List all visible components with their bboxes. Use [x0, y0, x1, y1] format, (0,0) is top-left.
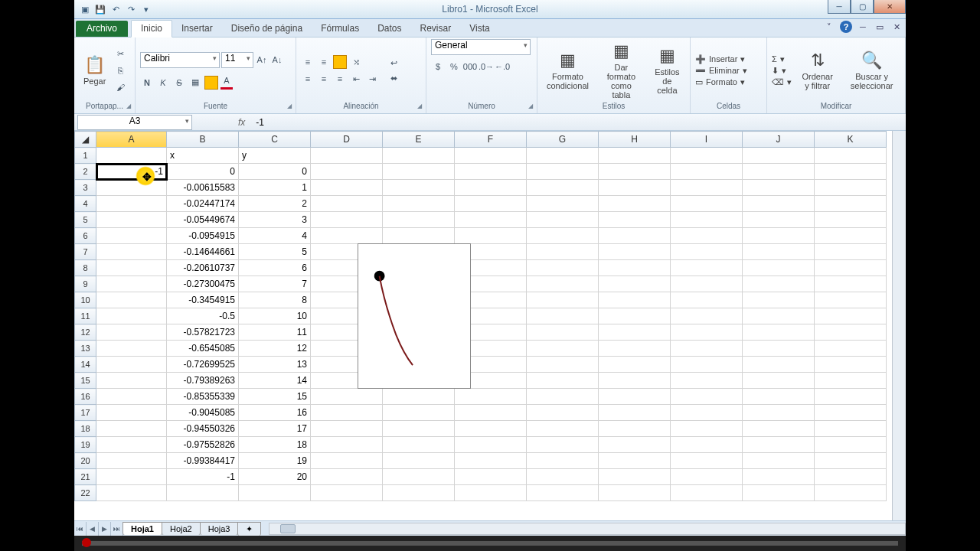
- merge-icon[interactable]: ⬌: [387, 71, 400, 85]
- row-header-16[interactable]: 16: [75, 389, 96, 405]
- cell-C9[interactable]: 7: [239, 276, 311, 292]
- cell-H17[interactable]: [599, 405, 671, 421]
- number-format-select[interactable]: General: [431, 39, 531, 55]
- cell-C13[interactable]: 12: [239, 341, 311, 357]
- cell-B4[interactable]: -0.02447174: [167, 196, 239, 212]
- fx-icon[interactable]: fx: [238, 117, 245, 128]
- percent-icon[interactable]: %: [447, 60, 461, 73]
- cell-I1[interactable]: [671, 148, 743, 164]
- cell-K18[interactable]: [815, 421, 887, 437]
- cell-H4[interactable]: [599, 196, 671, 212]
- cell-A6[interactable]: [96, 228, 167, 244]
- cell-G10[interactable]: [527, 292, 599, 308]
- cell-H18[interactable]: [599, 421, 671, 437]
- row-header-5[interactable]: 5: [75, 212, 96, 228]
- cell-I13[interactable]: [671, 341, 743, 357]
- tab-nav-next-icon[interactable]: ▶: [99, 522, 111, 536]
- cell-J22[interactable]: [743, 485, 815, 501]
- cell-K14[interactable]: [815, 357, 887, 373]
- cell-B14[interactable]: -0.72699525: [167, 357, 239, 373]
- cell-B16[interactable]: -0.85355339: [167, 389, 239, 405]
- paste-button[interactable]: 📋 Pegar: [79, 54, 110, 87]
- cell-A14[interactable]: [96, 357, 167, 373]
- cell-K5[interactable]: [815, 212, 887, 228]
- cell-F22[interactable]: [455, 485, 527, 501]
- find-select-button[interactable]: 🔍Buscar y seleccionar: [843, 49, 900, 92]
- cell-J19[interactable]: [743, 437, 815, 453]
- cell-G16[interactable]: [527, 389, 599, 405]
- cell-G4[interactable]: [527, 196, 599, 212]
- cell-G14[interactable]: [527, 357, 599, 373]
- font-color-button[interactable]: A: [220, 76, 233, 90]
- insert-cells-button[interactable]: ➕Insertar▾: [695, 54, 747, 64]
- tab-file[interactable]: Archivo: [76, 21, 128, 37]
- cell-G5[interactable]: [527, 212, 599, 228]
- video-timeline[interactable]: [74, 536, 906, 551]
- strike-button[interactable]: S: [172, 76, 186, 90]
- cell-J18[interactable]: [743, 421, 815, 437]
- cell-C3[interactable]: 1: [239, 180, 311, 196]
- col-header-I[interactable]: I: [671, 132, 743, 148]
- cell-J15[interactable]: [743, 373, 815, 389]
- number-launcher-icon[interactable]: ◢: [526, 103, 535, 112]
- cond-format-button[interactable]: ▦Formato condicional: [542, 49, 593, 92]
- align-center-icon[interactable]: ≡: [317, 72, 331, 86]
- cell-C6[interactable]: 4: [239, 228, 311, 244]
- cell-F17[interactable]: [455, 405, 527, 421]
- row-header-15[interactable]: 15: [75, 373, 96, 389]
- cell-B19[interactable]: -0.97552826: [167, 437, 239, 453]
- cell-J2[interactable]: [743, 164, 815, 180]
- cell-B10[interactable]: -0.3454915: [167, 292, 239, 308]
- cell-C20[interactable]: 19: [239, 453, 311, 469]
- cell-C11[interactable]: 10: [239, 308, 311, 324]
- cell-C21[interactable]: 20: [239, 469, 311, 485]
- cell-D17[interactable]: [311, 405, 383, 421]
- cell-K12[interactable]: [815, 324, 887, 341]
- cell-K2[interactable]: [815, 164, 887, 180]
- cell-E20[interactable]: [383, 453, 455, 469]
- cell-K20[interactable]: [815, 453, 887, 469]
- col-header-C[interactable]: C: [239, 132, 311, 148]
- col-header-J[interactable]: J: [743, 132, 815, 148]
- row-header-18[interactable]: 18: [75, 421, 96, 437]
- autosum-button[interactable]: Σ▾: [772, 54, 792, 64]
- cell-A16[interactable]: [96, 389, 167, 405]
- cell-J5[interactable]: [743, 212, 815, 228]
- minimize-button[interactable]: ─: [828, 0, 851, 14]
- cell-D19[interactable]: [311, 437, 383, 453]
- cell-A15[interactable]: [96, 373, 167, 389]
- tab-nav-prev-icon[interactable]: ◀: [87, 522, 99, 536]
- cell-I6[interactable]: [671, 228, 743, 244]
- cell-C18[interactable]: 17: [239, 421, 311, 437]
- cell-D3[interactable]: [311, 180, 383, 196]
- cell-I7[interactable]: [671, 244, 743, 260]
- col-header-G[interactable]: G: [527, 132, 599, 148]
- tab-data[interactable]: Datos: [368, 21, 410, 37]
- cell-A18[interactable]: [96, 421, 167, 437]
- cell-C12[interactable]: 11: [239, 324, 311, 341]
- cell-A12[interactable]: [96, 324, 167, 341]
- cell-C1[interactable]: y: [239, 148, 311, 164]
- cell-I21[interactable]: [671, 469, 743, 485]
- cell-C4[interactable]: 2: [239, 196, 311, 212]
- sheet-tab-1[interactable]: Hoja1: [122, 522, 162, 535]
- cell-B11[interactable]: -0.5: [167, 308, 239, 324]
- cell-B7[interactable]: -0.14644661: [167, 244, 239, 260]
- cell-H8[interactable]: [599, 260, 671, 276]
- col-header-A[interactable]: A: [96, 132, 167, 148]
- cell-J8[interactable]: [743, 260, 815, 276]
- cell-B21[interactable]: -1: [167, 469, 239, 485]
- cell-H12[interactable]: [599, 324, 671, 341]
- cell-I9[interactable]: [671, 276, 743, 292]
- cell-F3[interactable]: [455, 180, 527, 196]
- select-all-corner[interactable]: ◢: [75, 132, 96, 148]
- indent-dec-icon[interactable]: ⇤: [349, 72, 363, 86]
- cell-C14[interactable]: 13: [239, 357, 311, 373]
- currency-icon[interactable]: $: [431, 60, 445, 73]
- cell-B6[interactable]: -0.0954915: [167, 228, 239, 244]
- cell-A3[interactable]: [96, 180, 167, 196]
- format-table-button[interactable]: ▦Dar formato como tabla: [596, 40, 646, 101]
- grow-font-icon[interactable]: A↑: [255, 53, 269, 67]
- cell-K19[interactable]: [815, 437, 887, 453]
- minimize-ribbon-icon[interactable]: ˅: [823, 21, 835, 33]
